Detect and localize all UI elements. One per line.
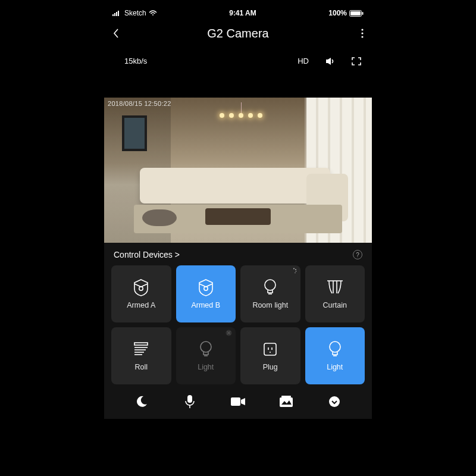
control-panel-title: Control Devices [114, 250, 173, 259]
room-couch [140, 168, 330, 203]
tile-label: Room light [252, 301, 288, 309]
svg-point-33 [270, 352, 271, 353]
tile-light-active[interactable]: Light [305, 327, 365, 384]
tile-armed-b[interactable]: Armed B [176, 265, 236, 322]
svg-point-15 [295, 271, 296, 272]
svg-rect-0 [112, 14, 114, 16]
control-panel-header[interactable]: Control Devices > ? [111, 249, 365, 265]
svg-point-9 [361, 32, 363, 34]
tile-armed-a[interactable]: Armed A [111, 265, 171, 322]
back-button[interactable] [112, 28, 124, 39]
tile-label: Plug [263, 363, 278, 371]
wifi-icon [149, 10, 157, 16]
tile-light-disabled: Light [176, 327, 236, 384]
bottom-toolbar [111, 384, 365, 414]
svg-point-10 [361, 36, 363, 37]
svg-rect-1 [114, 13, 115, 16]
mic-icon [184, 394, 195, 409]
speaker-icon [325, 57, 335, 65]
signal-icon [112, 10, 122, 16]
tile-label: Light [327, 363, 343, 371]
bulb-icon [197, 340, 215, 358]
tile-curtain[interactable]: Curtain [305, 265, 365, 322]
mic-button[interactable] [182, 394, 198, 409]
gallery-button[interactable] [278, 394, 294, 409]
svg-point-28 [201, 342, 211, 352]
help-button[interactable]: ? [353, 250, 362, 259]
tile-roll[interactable]: Roll [111, 327, 171, 384]
room-painting [122, 115, 147, 151]
help-icon: ? [356, 252, 359, 258]
svg-rect-3 [118, 11, 119, 16]
plug-icon [261, 340, 279, 358]
status-right: 100% [328, 9, 364, 17]
svg-point-17 [265, 280, 275, 290]
record-icon [230, 396, 246, 407]
room-coffee-table [205, 208, 271, 225]
svg-point-8 [361, 29, 363, 30]
bulb-icon [261, 278, 279, 296]
svg-point-13 [293, 268, 295, 270]
fullscreen-button[interactable] [352, 57, 361, 65]
chevron-left-icon [112, 28, 120, 39]
control-panel: Control Devices > ? Armed A Armed B [104, 243, 372, 419]
svg-rect-38 [231, 397, 240, 406]
tile-room-light[interactable]: Room light [240, 265, 300, 322]
roll-icon [132, 340, 150, 358]
status-time: 9:41 AM [229, 9, 256, 17]
svg-point-14 [295, 269, 296, 270]
chevron-right-icon: > [175, 250, 180, 259]
shield-icon [197, 278, 215, 296]
room-chandelier [217, 102, 265, 132]
tile-label: Armed A [127, 301, 155, 309]
disabled-icon [226, 330, 232, 336]
collapse-button[interactable] [327, 394, 342, 409]
room-pouf [142, 209, 177, 226]
quality-toggle[interactable]: HD [298, 57, 309, 65]
tile-label: Roll [134, 363, 148, 371]
stream-info-bar: 15kb/s HD [104, 47, 372, 73]
svg-rect-39 [280, 397, 293, 407]
camera-video-view[interactable]: 2018/08/15 12:50:22 [104, 98, 372, 243]
shield-icon [132, 278, 150, 296]
svg-point-4 [152, 14, 154, 15]
battery-icon [349, 10, 364, 17]
tile-plug[interactable]: Plug [240, 327, 300, 384]
bulb-icon [326, 340, 344, 358]
night-mode-button[interactable] [134, 394, 149, 409]
tile-label: Light [198, 363, 214, 371]
curtain-icon [326, 278, 344, 296]
video-timestamp: 2018/08/15 12:50:22 [108, 100, 171, 107]
svg-rect-7 [362, 12, 364, 15]
status-bar: Sketch 9:41 AM 100% [104, 7, 372, 20]
svg-rect-20 [134, 343, 148, 345]
more-button[interactable] [352, 29, 364, 38]
fullscreen-icon [352, 57, 361, 65]
carrier-label: Sketch [124, 9, 146, 17]
device-grid: Armed A Armed B Room light [111, 265, 365, 384]
battery-label: 100% [328, 9, 347, 17]
svg-rect-30 [264, 343, 276, 355]
moon-icon [135, 395, 148, 408]
bitrate-label: 15kb/s [124, 57, 298, 65]
svg-rect-2 [116, 12, 117, 16]
tile-label: Armed B [191, 301, 220, 309]
volume-button[interactable] [325, 57, 335, 65]
svg-point-34 [330, 342, 340, 352]
svg-point-41 [329, 396, 340, 407]
svg-rect-36 [187, 395, 192, 403]
loading-icon [291, 268, 297, 274]
tile-label: Curtain [323, 301, 347, 309]
nav-bar: G2 Camera [104, 20, 372, 47]
page-title: G2 Camera [124, 27, 352, 40]
record-button[interactable] [230, 394, 246, 409]
more-vertical-icon [361, 29, 364, 38]
circle-down-icon [328, 396, 340, 408]
svg-point-16 [295, 273, 295, 273]
status-left: Sketch [112, 9, 157, 17]
svg-rect-40 [281, 396, 291, 397]
gallery-icon [279, 396, 293, 408]
svg-rect-6 [350, 11, 361, 15]
